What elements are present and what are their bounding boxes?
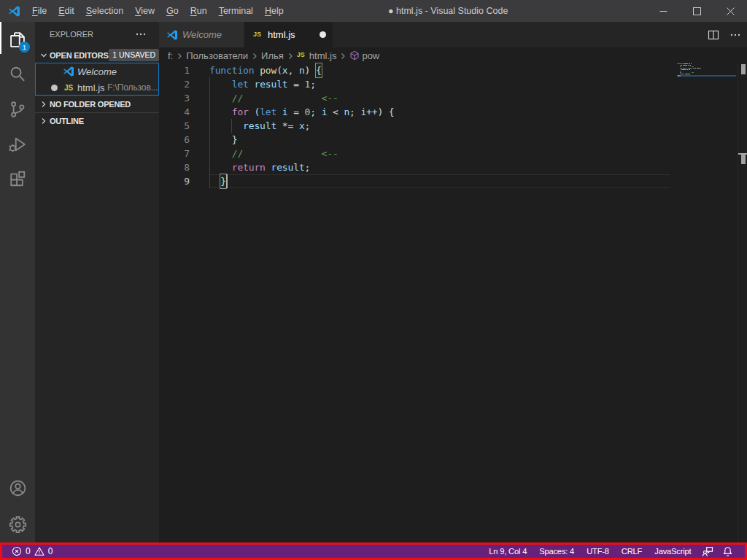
code-text: return result; — [209, 160, 310, 174]
menu-file[interactable]: File — [26, 0, 53, 22]
minimap-line — [689, 63, 690, 64]
sidebar-title: EXPLORER — [50, 22, 93, 47]
minimap-current-line — [677, 75, 736, 77]
breadcrumb-label: f: — [168, 50, 173, 61]
text-cursor — [226, 174, 228, 188]
status-ln-9-col-4[interactable]: Ln 9, Col 4 — [483, 547, 533, 556]
menu-selection[interactable]: Selection — [80, 0, 129, 22]
code-text: for (let i = 0; i < n; i++) { — [209, 105, 395, 119]
minimap[interactable] — [670, 63, 737, 542]
line-number: 5 — [159, 119, 190, 133]
minimap-line — [695, 68, 696, 69]
maximize-button[interactable] — [680, 0, 713, 22]
menu-help[interactable]: Help — [259, 0, 290, 22]
symbol-method-icon — [349, 50, 360, 61]
open-editor-item-welcome[interactable]: Welcome — [36, 63, 158, 79]
code-line-2: 2 let result = 1; — [159, 77, 670, 91]
open-editor-description: F:\Пользов... — [107, 82, 158, 93]
vscode-icon — [166, 29, 178, 41]
code-line-1: 1function pow(x, n) { — [159, 63, 670, 77]
minimap-line — [692, 68, 692, 69]
status-bar-right: Ln 9, Col 4Spaces: 4UTF-8CRLFJavaScript — [483, 545, 733, 558]
chevron-right-icon — [38, 115, 50, 127]
status-feedback[interactable] — [697, 545, 718, 557]
gear-icon — [9, 516, 27, 534]
activity-accounts[interactable] — [0, 470, 35, 506]
explorer-sidebar: EXPLORER OPEN EDITORS 1 UNSAVED WelcomeJ… — [35, 22, 159, 542]
status-spaces-4[interactable]: Spaces: 4 — [533, 547, 581, 556]
vscode-icon — [63, 66, 74, 77]
minimap-line — [688, 68, 689, 69]
activity-run-and-debug[interactable] — [0, 127, 35, 162]
status-warnings[interactable]: 0 — [34, 546, 53, 556]
activity-explorer[interactable]: 1 — [0, 22, 35, 57]
js-icon: JS — [252, 29, 263, 41]
warning-icon — [34, 546, 44, 556]
breadcrumb-label: Пользователи — [186, 50, 248, 61]
minimap-line — [680, 71, 681, 71]
status-bell[interactable] — [718, 546, 733, 557]
menu-run[interactable]: Run — [185, 0, 213, 22]
code-line-5: 5 result *= x; — [159, 119, 670, 133]
tab-html-js[interactable]: JShtml.js — [244, 22, 333, 47]
open-editor-label: Welcome — [77, 66, 117, 77]
code-text: // <-- — [209, 91, 338, 105]
overview-ruler[interactable] — [738, 63, 747, 542]
search-icon — [8, 65, 27, 84]
overview-cursor-marker — [738, 153, 747, 155]
activity-badge: 1 — [19, 42, 30, 52]
bell-icon — [722, 546, 733, 557]
activity-search[interactable] — [0, 57, 35, 92]
activity-source-control[interactable] — [0, 92, 35, 127]
code-editor[interactable]: 1function pow(x, n) {2 let result = 1;3 … — [159, 63, 747, 542]
status-utf-8[interactable]: UTF-8 — [581, 547, 616, 556]
tab-welcome[interactable]: Welcome — [159, 22, 244, 47]
minimap-line — [687, 63, 688, 64]
chevron-right-icon — [174, 50, 185, 62]
minimap-line — [692, 66, 694, 67]
code-text: } — [209, 174, 226, 188]
extensions-icon — [8, 170, 27, 189]
overview-bracket-marker — [741, 64, 746, 74]
menu-terminal[interactable]: Terminal — [213, 0, 259, 22]
minimap-line — [677, 63, 683, 64]
chevron-right-icon — [249, 50, 260, 62]
code-line-8: 8 return result; — [159, 160, 670, 174]
no-folder-opened-header[interactable]: NO FOLDER OPENED — [35, 96, 159, 112]
breadcrumb-html-js[interactable]: JShtml.js — [297, 50, 337, 61]
more-actions-icon[interactable] — [135, 28, 147, 40]
activity-settings[interactable] — [0, 506, 35, 542]
split-editor-icon[interactable] — [708, 29, 719, 41]
minimap-line — [690, 65, 691, 66]
source-control-icon — [8, 100, 27, 119]
status-crlf[interactable]: CRLF — [615, 547, 648, 556]
title-bar: FileEditSelectionViewGoRunTerminalHelp ●… — [0, 0, 747, 22]
line-number: 8 — [159, 160, 190, 174]
minimap-line — [686, 69, 688, 70]
breadcrumb-pow[interactable]: pow — [349, 50, 379, 61]
menu-edit[interactable]: Edit — [53, 0, 80, 22]
menu-view[interactable]: View — [129, 0, 160, 22]
breadcrumb-f-[interactable]: f: — [168, 50, 173, 61]
open-editor-item-html-js[interactable]: JShtml.jsF:\Пользов... — [36, 79, 158, 96]
modified-dot-icon[interactable] — [320, 31, 326, 38]
outline-header[interactable]: OUTLINE — [35, 112, 159, 128]
overview-bracket-marker — [741, 153, 746, 163]
close-button[interactable] — [713, 0, 747, 22]
more-actions-icon[interactable] — [729, 29, 741, 41]
minimap-line — [680, 74, 684, 74]
breadcrumb-илья[interactable]: Илья — [261, 50, 284, 61]
line-number: 9 — [159, 174, 190, 188]
status-errors[interactable]: 0 — [12, 546, 31, 556]
activity-extensions[interactable] — [0, 162, 35, 197]
breadcrumb-пользователи[interactable]: Пользователи — [186, 50, 248, 61]
minimap-line — [690, 68, 691, 69]
status-javascript[interactable]: JavaScript — [649, 547, 697, 556]
code-text: let result = 1; — [209, 77, 316, 91]
open-editors-list: WelcomeJShtml.jsF:\Пользов... — [35, 63, 159, 96]
minimap-line — [683, 65, 687, 66]
sidebar-title-row: EXPLORER — [35, 22, 159, 47]
minimize-button[interactable] — [646, 0, 680, 22]
window-controls — [646, 0, 747, 22]
menu-go[interactable]: Go — [160, 0, 185, 22]
